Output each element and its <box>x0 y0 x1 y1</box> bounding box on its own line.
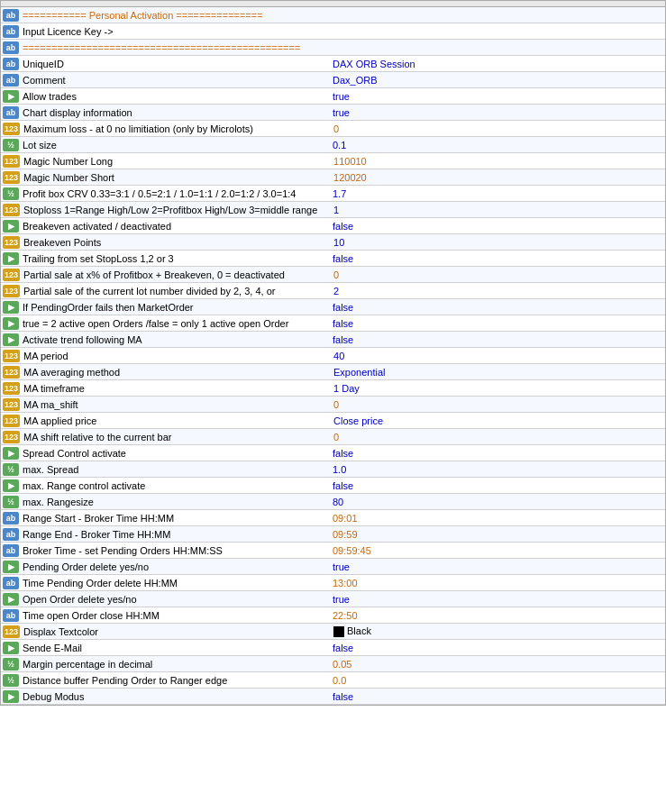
row-variable: MA ma_shift <box>22 398 330 411</box>
row-value: 1.7 <box>329 187 665 200</box>
bool-icon: ▶ <box>3 333 19 346</box>
row-value: true <box>329 561 665 573</box>
row-variable: Lot size <box>21 139 329 151</box>
row-value: true <box>329 593 665 606</box>
table-row: ½Profit box CRV 0.33=3:1 / 0.5=2:1 / 1.0… <box>1 186 665 202</box>
table-row: ▶Activate trend following MAfalse <box>1 332 665 348</box>
row-variable: Debug Modus <box>21 690 329 703</box>
table-row: ½Margin percentage in decimal0.05 <box>1 656 665 672</box>
row-value: Black <box>330 625 665 638</box>
bool-icon: ▶ <box>3 220 19 233</box>
123-icon: 123 <box>3 415 20 427</box>
bool-icon: ▶ <box>3 447 19 460</box>
row-variable: Displax Textcolor <box>22 625 330 638</box>
row-variable: UniqueID <box>21 58 329 70</box>
table-row: 123Magic Number Short120020 <box>1 169 665 186</box>
row-variable: Partial sale at x% of Profitbox + Breake… <box>22 269 330 281</box>
row-value: true <box>329 106 665 119</box>
row-variable: MA applied price <box>22 415 330 427</box>
row-variable: ========================================… <box>21 41 329 54</box>
table-row: ab======================================… <box>1 40 665 56</box>
row-variable: Range End - Broker Time HH:MM <box>21 528 329 541</box>
row-variable: max. Spread <box>21 463 329 476</box>
table-row: ▶If PendingOrder fails then MarketOrderf… <box>1 299 665 315</box>
table-row: 123MA shift relative to the current bar0 <box>1 429 665 445</box>
row-value: false <box>329 333 665 346</box>
bool-icon: ▶ <box>3 593 19 606</box>
ab-icon: ab <box>3 544 19 557</box>
row-value: false <box>329 642 665 654</box>
row-variable: Sende E-Mail <box>21 642 329 654</box>
bool-icon: ▶ <box>3 561 19 573</box>
row-value: 2 <box>330 285 665 297</box>
row-variable: =========== Personal Activation ========… <box>21 9 329 22</box>
table-row: 123Partial sale of the current lot numbe… <box>1 283 665 299</box>
bool-icon: ▶ <box>3 317 19 330</box>
123-icon: 123 <box>3 236 20 249</box>
123-icon: 123 <box>3 431 20 443</box>
row-variable: Range Start - Broker Time HH:MM <box>21 512 329 525</box>
row-value: 10 <box>330 236 665 249</box>
row-variable: MA timeframe <box>22 382 330 395</box>
row-value: 13:00 <box>329 577 665 589</box>
row-value: Exponential <box>330 366 665 379</box>
row-variable: Pending Order delete yes/no <box>21 561 329 573</box>
row-value: Dax_ORB <box>329 74 665 87</box>
123-icon: 123 <box>3 285 20 297</box>
color-swatch <box>333 626 344 637</box>
row-variable: Trailing from set StopLoss 1,2 or 3 <box>21 252 329 265</box>
table-row: ▶Trailing from set StopLoss 1,2 or 3fals… <box>1 251 665 267</box>
row-variable: true = 2 active open Orders /false = onl… <box>21 317 329 330</box>
ab-icon: ab <box>3 58 19 70</box>
table-row: ▶Pending Order delete yes/notrue <box>1 559 665 575</box>
table-row: abCommentDax_ORB <box>1 72 665 88</box>
row-value: 80 <box>329 496 665 508</box>
ab-icon: ab <box>3 512 19 525</box>
123-icon: 123 <box>3 171 20 184</box>
bool-icon: ▶ <box>3 252 19 265</box>
123-icon: 123 <box>3 382 20 395</box>
row-variable: Input Licence Key -> <box>21 25 329 38</box>
table-row: abRange End - Broker Time HH:MM09:59 <box>1 526 665 543</box>
bool-icon: ▶ <box>3 90 19 103</box>
row-variable: Stoploss 1=Range High/Low 2=Profitbox Hi… <box>22 204 330 216</box>
ab-icon: ab <box>3 609 19 622</box>
row-value: Close price <box>330 415 665 427</box>
table-row: ▶Breakeven activated / deactivatedfalse <box>1 218 665 234</box>
table-row: abTime open Order close HH:MM22:50 <box>1 607 665 624</box>
table-row: 123Breakeven Points10 <box>1 234 665 251</box>
row-value <box>329 47 665 49</box>
row-value: 0.05 <box>329 658 665 671</box>
row-value: 0 <box>330 431 665 443</box>
row-variable: Time Pending Order delete HH:MM <box>21 577 329 589</box>
table-row: 123Maximum loss - at 0 no limitiation (o… <box>1 121 665 137</box>
row-value: false <box>329 252 665 265</box>
123-icon: 123 <box>3 625 20 638</box>
ab-icon: ab <box>3 74 19 87</box>
pct-icon: ½ <box>3 187 19 200</box>
123-icon: 123 <box>3 204 20 216</box>
row-variable: max. Rangesize <box>21 496 329 508</box>
table-row: ▶true = 2 active open Orders /false = on… <box>1 315 665 332</box>
table-row: 123MA applied priceClose price <box>1 413 665 429</box>
123-icon: 123 <box>3 269 20 281</box>
row-value: 1 Day <box>330 382 665 395</box>
row-value: false <box>329 317 665 330</box>
row-value: 1.0 <box>329 463 665 476</box>
bool-icon: ▶ <box>3 301 19 314</box>
row-value: 110010 <box>330 155 665 168</box>
table-row: 123Magic Number Long110010 <box>1 153 665 169</box>
row-variable: Magic Number Short <box>22 171 330 184</box>
pct-icon: ½ <box>3 463 19 476</box>
row-value: 09:59:45 <box>329 544 665 557</box>
table-row: ½max. Rangesize80 <box>1 494 665 510</box>
pct-icon: ½ <box>3 674 19 687</box>
row-variable: Activate trend following MA <box>21 333 329 346</box>
row-value: 0 <box>330 269 665 281</box>
row-variable: Distance buffer Pending Order to Ranger … <box>21 674 329 687</box>
row-value: 22:50 <box>329 609 665 622</box>
table-header <box>1 1 665 7</box>
row-value: 09:01 <box>329 512 665 525</box>
table-row: 123Stoploss 1=Range High/Low 2=Profitbox… <box>1 202 665 218</box>
123-icon: 123 <box>3 366 20 379</box>
